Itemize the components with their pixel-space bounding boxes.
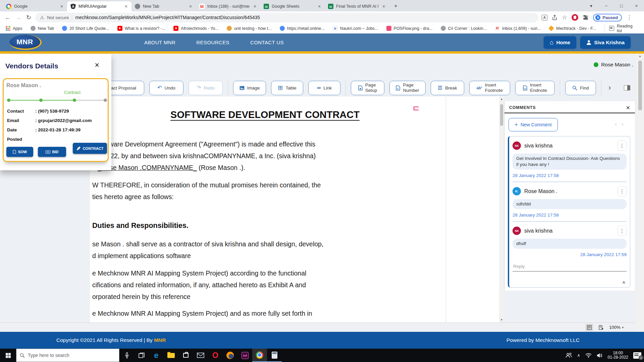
- people-icon[interactable]: [566, 353, 572, 358]
- next-comment-icon[interactable]: ›: [622, 121, 628, 127]
- new-tab-button[interactable]: +: [391, 1, 400, 11]
- reading-list-button[interactable]: Reading list: [604, 24, 639, 33]
- reload-icon[interactable]: ↻: [26, 14, 31, 21]
- print-layout-view-icon[interactable]: [586, 324, 593, 331]
- bookmark-csharp-corner[interactable]: C# Corner : Lookin...: [441, 26, 487, 31]
- adblock-extension-icon[interactable]: [572, 14, 578, 21]
- scroll-up-icon[interactable]: ▲: [639, 54, 641, 59]
- document-page[interactable]: SOFTWARE DEVELOPMENT CONTRACT s Software…: [90, 97, 446, 322]
- scrollbar-thumb[interactable]: [638, 61, 642, 110]
- taskbar-chrome-icon[interactable]: [252, 349, 267, 362]
- bookmark-new-tab[interactable]: New Tab: [31, 26, 54, 31]
- tab-close-icon[interactable]: ×: [188, 4, 193, 9]
- tab-close-icon[interactable]: ×: [252, 4, 258, 9]
- start-button[interactable]: [0, 349, 16, 362]
- volume-icon[interactable]: [597, 353, 603, 358]
- nav-contact-us[interactable]: CONTACT US: [250, 40, 284, 45]
- bookmark-retail[interactable]: https://retail.online...: [280, 26, 325, 31]
- bookmark-naukri[interactable]: NNaukri.com – Jobs...: [333, 26, 378, 31]
- scroll-down-icon[interactable]: ▼: [500, 317, 503, 322]
- insert-footnote-button[interactable]: ab¹ Insert Footnote: [469, 81, 510, 95]
- bookmark-star-icon[interactable]: ☆: [562, 14, 567, 21]
- new-comment-button[interactable]: + New Comment: [508, 118, 558, 131]
- taskbar-edge-icon[interactable]: e: [149, 349, 164, 362]
- taskbar-file-explorer-icon[interactable]: [164, 349, 178, 362]
- bid-button[interactable]: BID: [38, 147, 66, 157]
- taskbar-search-input[interactable]: Type here to search: [16, 349, 119, 362]
- tab-mnruiangular[interactable]: A MNRUIAngular ×: [67, 1, 131, 11]
- home-button[interactable]: ⌂ Home: [544, 36, 576, 49]
- taskbar-clock[interactable]: 18:00 01-28-2022: [608, 351, 628, 360]
- toolbar-expand-icon[interactable]: ›: [606, 83, 613, 92]
- bookmark-quotes[interactable]: 20 Short Life Quote...: [62, 26, 109, 31]
- tray-expand-icon[interactable]: ∧: [577, 353, 580, 358]
- popup-close-icon[interactable]: ×: [95, 61, 99, 70]
- tab-close-icon[interactable]: ×: [59, 4, 64, 9]
- image-button[interactable]: Image: [233, 81, 266, 95]
- scroll-up-icon[interactable]: ▲: [500, 97, 503, 102]
- taskbar-opera-icon[interactable]: O: [208, 349, 223, 362]
- find-button[interactable]: Find: [565, 81, 596, 95]
- link-button[interactable]: ∞ Link: [308, 81, 340, 95]
- tab-gmail-inbox[interactable]: M Inbox (188) - suri@mechknowso ×: [196, 1, 260, 11]
- table-button[interactable]: ⊞ Table: [271, 81, 303, 95]
- tab-final-tests[interactable]: Final Tests of MNR AI Mapping S ×: [325, 1, 389, 11]
- back-icon[interactable]: ←: [5, 14, 11, 21]
- comments-close-icon[interactable]: ×: [626, 104, 630, 112]
- redo-button[interactable]: ↷ Redo: [189, 81, 223, 95]
- taskbar-calculator-icon[interactable]: [267, 349, 282, 362]
- tab-new-tab[interactable]: New Tab ×: [131, 1, 196, 11]
- share-icon[interactable]: [552, 15, 557, 20]
- bookmark-apps[interactable]: Apps: [5, 26, 22, 31]
- task-view-icon[interactable]: [134, 349, 149, 362]
- scrollbar-thumb[interactable]: [500, 104, 503, 126]
- taskbar-mail-icon[interactable]: [193, 349, 208, 362]
- bookmark-posflow[interactable]: POSFlow.png - dra...: [386, 26, 433, 31]
- browser-menu-icon[interactable]: ⋮: [626, 14, 632, 21]
- window-minimize-button[interactable]: −: [599, 0, 614, 11]
- page-setup-button[interactable]: Page Setup: [351, 81, 384, 95]
- tab-google[interactable]: Google ×: [3, 1, 67, 11]
- insert-endnote-button[interactable]: Insert Endnote: [515, 81, 555, 95]
- break-button[interactable]: Break: [431, 81, 464, 95]
- bookmark-mechtrack[interactable]: Mechtrack - Dev - F...: [549, 26, 596, 31]
- url-input[interactable]: ⚠ Not secure mechknow.com/SampleWorks/MN…: [35, 13, 538, 22]
- zoom-control[interactable]: 100% ▾: [609, 325, 624, 330]
- bookmark-inbox[interactable]: MInbox (1,609) - suri...: [495, 26, 541, 31]
- bookmark-resistor[interactable]: What is a resistor? -...: [117, 26, 166, 31]
- forward-icon[interactable]: →: [15, 14, 21, 21]
- document-canvas[interactable]: SOFTWARE DEVELOPMENT CONTRACT s Software…: [90, 97, 504, 322]
- collapse-thread-icon[interactable]: ∧: [622, 280, 626, 285]
- notification-center-icon[interactable]: 1: [633, 352, 641, 359]
- taskbar-firefox-icon[interactable]: [223, 349, 237, 362]
- page-scrollbar[interactable]: ▲ ▼: [636, 54, 644, 349]
- taskbar-adobe-xd-icon[interactable]: Xd: [237, 349, 252, 362]
- tab-close-icon[interactable]: ×: [317, 4, 322, 9]
- comment-nav-arrows[interactable]: ‹›: [615, 121, 628, 128]
- mnr-logo[interactable]: MNR: [9, 35, 42, 50]
- comment-menu-icon[interactable]: ⋮: [618, 186, 627, 196]
- document-scrollbar[interactable]: ▲ ▼: [499, 97, 504, 322]
- user-button[interactable]: Siva Krishna: [580, 36, 631, 49]
- tab-google-sheets[interactable]: Google Sheets ×: [260, 1, 325, 11]
- undo-button[interactable]: ↶ Undo: [149, 81, 183, 95]
- nav-resources[interactable]: RESOURCES: [196, 40, 229, 45]
- tab-search-chevron-icon[interactable]: ▾: [584, 0, 599, 11]
- comment-menu-icon[interactable]: ⋮: [618, 226, 627, 236]
- footer-brand[interactable]: MNR: [154, 337, 166, 343]
- window-close-button[interactable]: ×: [629, 0, 644, 11]
- translate-icon[interactable]: A: [542, 15, 547, 20]
- side-panel-toggle-icon[interactable]: [624, 85, 630, 90]
- bookmark-unit-testing[interactable]: unit testing - how t...: [227, 26, 272, 31]
- extensions-puzzle-icon[interactable]: [583, 14, 589, 20]
- wifi-icon[interactable]: [585, 353, 592, 358]
- page-number-button[interactable]: # Page Number: [389, 81, 426, 95]
- prev-comment-icon[interactable]: ‹: [615, 121, 622, 127]
- taskbar-store-icon[interactable]: [178, 349, 193, 362]
- microphone-icon[interactable]: [119, 349, 134, 362]
- paused-extension-button[interactable]: Paused: [593, 14, 622, 21]
- reply-input[interactable]: [513, 264, 627, 272]
- tab-close-icon[interactable]: ×: [381, 4, 386, 9]
- comment-marker-icon[interactable]: [414, 107, 419, 110]
- not-secure-warning-icon[interactable]: ⚠: [40, 15, 44, 20]
